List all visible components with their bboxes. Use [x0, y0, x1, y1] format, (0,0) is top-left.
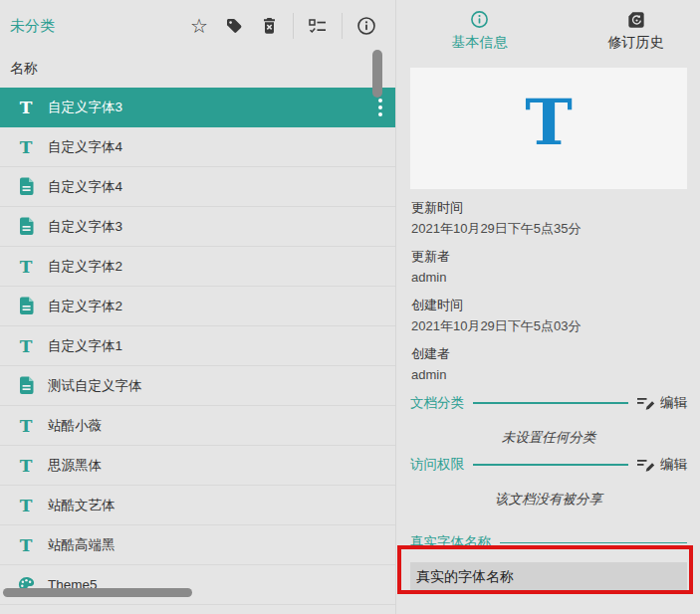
section-title: 真实字体名称	[410, 533, 491, 551]
list-item-label: 思源黑体	[48, 457, 102, 475]
list-item-label: 自定义字体2	[48, 298, 122, 315]
font-type-icon: T	[20, 536, 33, 554]
metadata-field: 更新时间2021年10月29日下午5点35分	[411, 198, 687, 239]
field-label: 创建时间	[411, 296, 687, 315]
edit-button[interactable]: 编辑	[637, 394, 687, 412]
detail-section: 访问权限编辑该文档没有被分享	[410, 456, 687, 509]
section-note: 该文档没有被分享	[410, 491, 687, 509]
list-item-label: 自定义字体4	[48, 178, 122, 196]
list-item[interactable]: T思源黑体	[0, 446, 395, 486]
font-type-icon: T	[20, 99, 33, 116]
history-icon	[627, 11, 645, 29]
metadata-field: 创建时间2021年10月29日下午5点03分	[411, 296, 687, 336]
info-icon[interactable]	[355, 15, 377, 37]
real-font-name-input[interactable]	[410, 562, 687, 593]
font-type-icon: T	[20, 457, 33, 475]
tag-icon[interactable]	[223, 15, 245, 37]
edit-icon	[637, 396, 655, 411]
font-type-icon: T	[20, 337, 33, 355]
metadata-field: 创建者admin	[411, 344, 687, 385]
list-item-label: 站酷高端黑	[48, 536, 116, 554]
delete-icon[interactable]	[258, 15, 280, 37]
field-value: 2021年10月29日下午5点35分	[411, 219, 687, 239]
section-divider	[473, 464, 628, 466]
list-item-label: 站酷小薇	[48, 417, 102, 435]
document-icon	[18, 297, 35, 315]
horizontal-scrollbar[interactable]	[3, 588, 192, 597]
list-item-label: 自定义字体2	[48, 258, 122, 276]
section-divider	[500, 542, 687, 543]
toolbar-separator	[342, 13, 343, 39]
list-item-label: 自定义字体1	[48, 337, 122, 355]
font-type-icon: T	[20, 417, 33, 435]
list-item[interactable]: Theme5	[0, 565, 395, 605]
field-value: admin	[411, 268, 687, 288]
section-title: 文档分类	[410, 394, 464, 412]
list-item[interactable]: T自定义字体4	[0, 127, 395, 167]
tab-label: 修订历史	[608, 34, 664, 52]
list-item[interactable]: T站酷小薇	[0, 406, 395, 446]
font-type-icon: T	[20, 138, 33, 156]
list-item-label: 自定义字体4	[48, 138, 122, 156]
document-icon	[18, 217, 35, 236]
field-label: 更新时间	[411, 198, 687, 218]
list-item[interactable]: T站酷文艺体	[0, 486, 395, 525]
list-item[interactable]: T自定义字体2	[0, 247, 395, 287]
field-value: 2021年10月29日下午5点03分	[411, 316, 687, 336]
list-header: 未分类 ☆	[0, 0, 395, 52]
section-note: 未设置任何分类	[410, 429, 687, 447]
real-font-name-section: 真实字体名称	[410, 533, 687, 551]
kebab-menu-icon[interactable]	[378, 99, 382, 116]
font-type-icon: T	[20, 497, 33, 514]
detail-tabs: 基本信息 修订历史	[410, 0, 687, 62]
document-list-panel: 未分类 ☆ 名称 T自定义字体3T自定义字体4自定义字体4自定义字体3T自定义字…	[0, 0, 396, 614]
toolbar-separator	[293, 13, 294, 39]
list-item[interactable]: T自定义字体3	[0, 88, 395, 127]
detail-sections: 文档分类编辑未设置任何分类访问权限编辑该文档没有被分享	[410, 394, 687, 509]
list-item-label: 自定义字体3	[48, 218, 122, 236]
list-item-label: 站酷文艺体	[48, 497, 116, 514]
list-item[interactable]: 自定义字体2	[0, 287, 395, 326]
metadata-fields: 更新时间2021年10月29日下午5点35分更新者admin创建时间2021年1…	[410, 198, 687, 385]
font-type-icon: T	[20, 258, 33, 276]
metadata-field: 更新者admin	[411, 247, 687, 288]
section-title: 访问权限	[410, 456, 464, 474]
field-label: 更新者	[411, 247, 687, 267]
tab-label: 基本信息	[452, 34, 508, 52]
field-label: 创建者	[411, 344, 687, 364]
font-preview-card: T	[410, 68, 687, 189]
font-list: T自定义字体3T自定义字体4自定义字体4自定义字体3T自定义字体2自定义字体2T…	[0, 88, 395, 605]
list-item-label: 自定义字体3	[48, 99, 122, 116]
list-toolbar: ☆	[188, 13, 377, 39]
category-title: 未分类	[10, 17, 55, 36]
info-icon	[470, 10, 489, 29]
section-divider	[473, 402, 628, 404]
list-item[interactable]: T站酷高端黑	[0, 525, 395, 565]
star-icon[interactable]: ☆	[188, 15, 210, 37]
tab-revision-history[interactable]: 修订历史	[567, 11, 700, 52]
vertical-scrollbar[interactable]	[372, 50, 382, 98]
document-icon	[18, 177, 35, 196]
detail-panel: 基本信息 修订历史 T 更新时间2021年10月29日下午5点35分更新者adm…	[397, 0, 700, 614]
edit-button-label: 编辑	[660, 394, 687, 412]
tab-basic-info[interactable]: 基本信息	[410, 10, 549, 52]
field-value: admin	[411, 365, 687, 385]
edit-button[interactable]: 编辑	[637, 456, 687, 474]
checklist-icon[interactable]	[307, 15, 329, 37]
column-header-name: 名称	[0, 52, 395, 88]
list-item[interactable]: T自定义字体1	[0, 326, 395, 366]
edit-icon	[637, 458, 655, 473]
list-item[interactable]: 自定义字体3	[0, 207, 395, 247]
list-item[interactable]: 自定义字体4	[0, 167, 395, 207]
list-item-label: 测试自定义字体	[48, 377, 142, 395]
list-item[interactable]: 测试自定义字体	[0, 366, 395, 406]
detail-section: 文档分类编辑未设置任何分类	[410, 394, 687, 447]
edit-button-label: 编辑	[660, 456, 687, 474]
font-preview-letter: T	[525, 85, 573, 159]
document-icon	[18, 376, 35, 395]
